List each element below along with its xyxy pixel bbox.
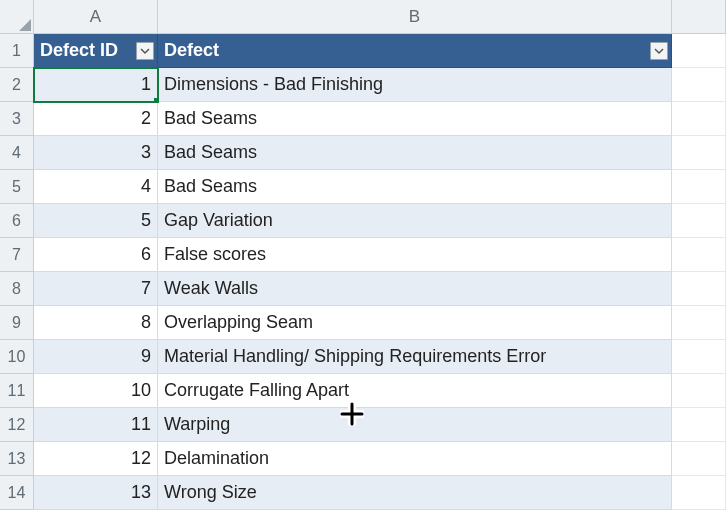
cell-value: Corrugate Falling Apart <box>164 380 349 401</box>
cell-value: Bad Seams <box>164 142 257 163</box>
cell-A14[interactable]: 13 <box>34 476 158 510</box>
cell-value: 2 <box>141 108 151 129</box>
cell-B9[interactable]: Overlapping Seam <box>158 306 672 340</box>
cell-value: 9 <box>141 346 151 367</box>
cell-C13[interactable] <box>672 442 726 476</box>
col-header-C[interactable] <box>672 0 726 34</box>
cell-value: Overlapping Seam <box>164 312 313 333</box>
cell-value: Material Handling/ Shipping Requirements… <box>164 346 546 367</box>
cell-C12[interactable] <box>672 408 726 442</box>
cell-value: Delamination <box>164 448 269 469</box>
cell-A5[interactable]: 4 <box>34 170 158 204</box>
cell-A3[interactable]: 2 <box>34 102 158 136</box>
cell-value: 6 <box>141 244 151 265</box>
cell-C2[interactable] <box>672 68 726 102</box>
cell-B13[interactable]: Delamination <box>158 442 672 476</box>
row-header-11[interactable]: 11 <box>0 374 34 408</box>
cell-B6[interactable]: Gap Variation <box>158 204 672 238</box>
cell-A7[interactable]: 6 <box>34 238 158 272</box>
cell-B8[interactable]: Weak Walls <box>158 272 672 306</box>
cell-B10[interactable]: Material Handling/ Shipping Requirements… <box>158 340 672 374</box>
cell-C10[interactable] <box>672 340 726 374</box>
cell-value: 13 <box>131 482 151 503</box>
cell-value: 10 <box>131 380 151 401</box>
spreadsheet-grid[interactable]: A B 1 Defect ID Defect 21Dimensions - Ba… <box>0 0 726 510</box>
table-header-defect[interactable]: Defect <box>158 34 672 68</box>
cell-A6[interactable]: 5 <box>34 204 158 238</box>
cell-C1[interactable] <box>672 34 726 68</box>
cell-C4[interactable] <box>672 136 726 170</box>
cell-A12[interactable]: 11 <box>34 408 158 442</box>
cell-value: Dimensions - Bad Finishing <box>164 74 383 95</box>
cell-value: 12 <box>131 448 151 469</box>
cell-value: 3 <box>141 142 151 163</box>
cell-A9[interactable]: 8 <box>34 306 158 340</box>
col-header-B[interactable]: B <box>158 0 672 34</box>
cell-value: 1 <box>141 74 151 95</box>
cell-B2[interactable]: Dimensions - Bad Finishing <box>158 68 672 102</box>
cell-value: False scores <box>164 244 266 265</box>
row-header-13[interactable]: 13 <box>0 442 34 476</box>
cell-B4[interactable]: Bad Seams <box>158 136 672 170</box>
row-header-2[interactable]: 2 <box>0 68 34 102</box>
cell-B5[interactable]: Bad Seams <box>158 170 672 204</box>
table-header-defect-id[interactable]: Defect ID <box>34 34 158 68</box>
cell-C14[interactable] <box>672 476 726 510</box>
cell-value: 11 <box>131 414 151 435</box>
cell-C5[interactable] <box>672 170 726 204</box>
cell-value: Bad Seams <box>164 108 257 129</box>
cell-C6[interactable] <box>672 204 726 238</box>
cell-value: Weak Walls <box>164 278 258 299</box>
cell-value: 5 <box>141 210 151 231</box>
cell-value: Gap Variation <box>164 210 273 231</box>
row-header-14[interactable]: 14 <box>0 476 34 510</box>
cell-C11[interactable] <box>672 374 726 408</box>
filter-button-defect[interactable] <box>650 42 668 60</box>
cell-value: Warping <box>164 414 230 435</box>
row-header-1[interactable]: 1 <box>0 34 34 68</box>
cell-value: 7 <box>141 278 151 299</box>
row-header-4[interactable]: 4 <box>0 136 34 170</box>
cell-A13[interactable]: 12 <box>34 442 158 476</box>
cell-value: 8 <box>141 312 151 333</box>
header-label: Defect <box>164 40 219 61</box>
cell-C3[interactable] <box>672 102 726 136</box>
cell-B11[interactable]: Corrugate Falling Apart <box>158 374 672 408</box>
row-header-5[interactable]: 5 <box>0 170 34 204</box>
header-label: Defect ID <box>40 40 118 61</box>
cell-value: 4 <box>141 176 151 197</box>
cell-C7[interactable] <box>672 238 726 272</box>
cell-A8[interactable]: 7 <box>34 272 158 306</box>
row-header-7[interactable]: 7 <box>0 238 34 272</box>
select-all-corner[interactable] <box>0 0 34 34</box>
cell-B3[interactable]: Bad Seams <box>158 102 672 136</box>
cell-A2[interactable]: 1 <box>34 68 158 102</box>
cell-C9[interactable] <box>672 306 726 340</box>
cell-value: Wrong Size <box>164 482 257 503</box>
row-header-3[interactable]: 3 <box>0 102 34 136</box>
cell-value: Bad Seams <box>164 176 257 197</box>
cell-B7[interactable]: False scores <box>158 238 672 272</box>
row-header-9[interactable]: 9 <box>0 306 34 340</box>
chevron-down-icon <box>654 46 664 56</box>
row-header-12[interactable]: 12 <box>0 408 34 442</box>
chevron-down-icon <box>140 46 150 56</box>
row-header-8[interactable]: 8 <box>0 272 34 306</box>
cell-A10[interactable]: 9 <box>34 340 158 374</box>
row-header-6[interactable]: 6 <box>0 204 34 238</box>
cell-A11[interactable]: 10 <box>34 374 158 408</box>
filter-button-defect-id[interactable] <box>136 42 154 60</box>
cell-B14[interactable]: Wrong Size <box>158 476 672 510</box>
cell-B12[interactable]: Warping <box>158 408 672 442</box>
row-header-10[interactable]: 10 <box>0 340 34 374</box>
cell-A4[interactable]: 3 <box>34 136 158 170</box>
col-header-A[interactable]: A <box>34 0 158 34</box>
cell-C8[interactable] <box>672 272 726 306</box>
